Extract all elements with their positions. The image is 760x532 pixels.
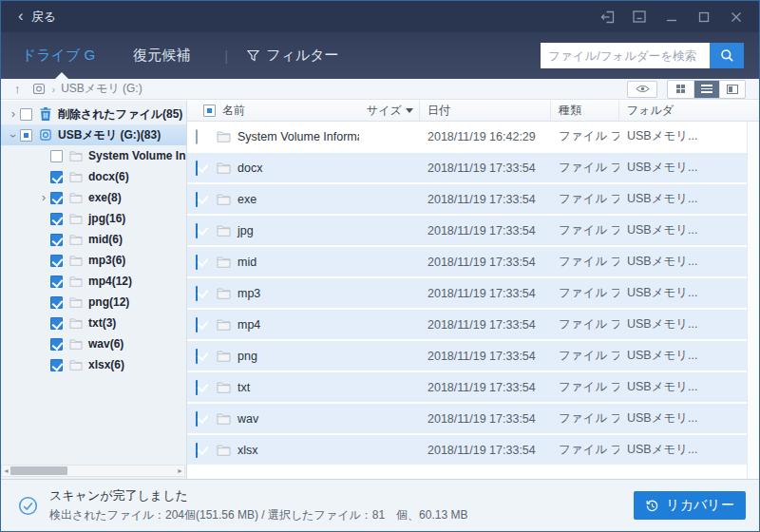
file-type: ファイル フォ...	[551, 222, 619, 238]
column-size[interactable]: サイズ	[359, 101, 420, 121]
file-name: xlsx	[238, 444, 258, 457]
column-name[interactable]: 名前	[215, 101, 359, 121]
sidebar-tree-item[interactable]: › jpg(16)	[1, 208, 186, 229]
tree-item-checkbox[interactable]	[50, 234, 63, 246]
search-button[interactable]	[710, 43, 744, 68]
folder-icon	[217, 318, 231, 331]
tree-item-checkbox[interactable]	[50, 255, 63, 267]
minimize-icon[interactable]	[660, 7, 683, 28]
grid-view-button[interactable]	[668, 81, 694, 98]
file-date: 2018/11/19 17:33:54	[420, 162, 551, 175]
folder-icon	[69, 276, 83, 287]
row-checkbox[interactable]	[196, 411, 198, 427]
column-type[interactable]: 種類	[551, 101, 619, 121]
sidebar-tree-item[interactable]: › 削除されたファイル(85)	[1, 104, 186, 124]
scrollbar-thumb[interactable]	[10, 466, 67, 475]
folder-icon	[69, 192, 83, 203]
breadcrumb-path[interactable]: USBメモリ (G:)	[61, 81, 142, 97]
row-checkbox[interactable]	[196, 317, 198, 332]
sidebar-tree-item[interactable]: › mp3(6)	[1, 250, 186, 271]
tree-item-checkbox[interactable]	[50, 338, 63, 351]
table-row[interactable]: jpg 2018/11/19 17:33:54 ファイル フォ... USBメモ…	[187, 216, 759, 247]
sidebar-tree-item[interactable]: › docx(6)	[1, 166, 186, 187]
tree-item-checkbox[interactable]	[20, 129, 32, 142]
tree-item-checkbox[interactable]	[50, 296, 63, 309]
table-row[interactable]: mid 2018/11/19 17:33:54 ファイル フォ... USBメモ…	[187, 247, 759, 278]
file-folder: USBメモリ...	[619, 191, 746, 207]
table-row[interactable]: docx 2018/11/19 17:33:54 ファイル フォ... USBメ…	[187, 153, 759, 184]
navigate-up-icon[interactable]: ↑	[14, 82, 21, 96]
row-checkbox[interactable]	[196, 286, 198, 301]
maximize-icon[interactable]	[693, 7, 715, 28]
breadcrumb-bar: ↑ › USBメモリ (G:)	[1, 79, 759, 100]
tree-chevron-icon[interactable]: ›	[7, 129, 20, 142]
file-name: mp3	[238, 287, 260, 300]
scroll-right-arrow-icon[interactable]: ►	[176, 467, 184, 474]
nav-bar: ドライブ G 復元候補 | フィルター	[1, 32, 759, 79]
sidebar-tree-item[interactable]: › USBメモリ (G:)(83)	[1, 124, 186, 145]
scroll-left-arrow-icon[interactable]: ◄	[2, 467, 10, 474]
sidebar-tree-item[interactable]: › txt(3)	[1, 313, 186, 333]
row-checkbox[interactable]	[196, 349, 198, 364]
table-row[interactable]: xlsx 2018/11/19 17:33:54 ファイル フォ... USBメ…	[187, 435, 759, 466]
table-row[interactable]: wav 2018/11/19 17:33:54 ファイル フォ... USBメモ…	[187, 404, 759, 435]
scrollbar-track[interactable]	[10, 466, 176, 476]
tree-item-checkbox[interactable]	[50, 150, 63, 162]
row-checkbox[interactable]	[196, 255, 198, 270]
filter-button[interactable]: フィルター	[247, 47, 338, 65]
table-row[interactable]: exe 2018/11/19 17:33:54 ファイル フォ... USBメモ…	[187, 184, 759, 216]
tray-icon[interactable]	[628, 7, 651, 28]
list-view-button[interactable]	[694, 81, 719, 98]
sort-arrow-icon[interactable]	[406, 108, 413, 113]
detail-view-icon	[727, 85, 738, 94]
back-button[interactable]: ‹ 戻る	[1, 1, 69, 32]
trash-icon	[40, 107, 51, 121]
table-row[interactable]: System Volume Informat... 2018/11/19 16:…	[187, 122, 759, 153]
sidebar-tree-item[interactable]: › exe(8)	[1, 187, 186, 208]
file-name-cell: mp3	[215, 287, 359, 300]
sidebar-tree-item[interactable]: › System Volume In	[1, 145, 186, 166]
column-date[interactable]: 日付	[420, 101, 551, 121]
tree-item-checkbox[interactable]	[50, 276, 63, 288]
row-checkbox[interactable]	[196, 161, 198, 176]
column-folder[interactable]: フォルダ	[619, 101, 746, 121]
tree-item-checkbox[interactable]	[50, 359, 63, 371]
sign-out-icon[interactable]	[596, 7, 618, 28]
row-checkbox[interactable]	[196, 192, 198, 207]
device-icon	[32, 83, 46, 95]
table-row[interactable]: mp4 2018/11/19 17:33:54 ファイル フォ... USBメモ…	[187, 310, 759, 341]
folder-icon	[69, 234, 83, 245]
table-row[interactable]: png 2018/11/19 17:33:54 ファイル フォ... USBメモ…	[187, 341, 759, 372]
table-vertical-scrollbar[interactable]	[747, 122, 759, 481]
tab-recovery-candidates[interactable]: 復元候補	[125, 47, 198, 65]
tree-item-label: exe(8)	[88, 191, 122, 204]
detail-view-button[interactable]	[719, 81, 745, 98]
row-checkbox[interactable]	[196, 223, 198, 238]
row-checkbox[interactable]	[196, 129, 198, 144]
tree-item-checkbox[interactable]	[50, 192, 63, 204]
table-row[interactable]: txt 2018/11/19 17:33:54 ファイル フォ... USBメモ…	[187, 372, 759, 404]
sidebar-tree-item[interactable]: › mp4(12)	[1, 271, 186, 292]
preview-eye-button[interactable]	[627, 81, 657, 98]
tab-drive-g[interactable]: ドライブ G	[14, 47, 103, 65]
table-row[interactable]: mp3 2018/11/19 17:33:54 ファイル フォ... USBメモ…	[187, 278, 759, 310]
tree-chevron-icon[interactable]: ›	[7, 107, 20, 121]
tree-item-checkbox[interactable]	[50, 213, 63, 225]
sidebar-tree-item[interactable]: › png(12)	[1, 292, 186, 313]
tree-item-checkbox[interactable]	[50, 317, 63, 330]
row-checkbox[interactable]	[196, 380, 198, 395]
tree-item-checkbox[interactable]	[50, 171, 63, 183]
sidebar-tree-item[interactable]: › xlsx(6)	[1, 354, 186, 375]
search-input[interactable]	[541, 43, 710, 68]
sidebar-tree-item[interactable]: › wav(6)	[1, 333, 186, 354]
sidebar-horizontal-scrollbar[interactable]: ◄ ►	[1, 465, 185, 477]
close-icon[interactable]	[725, 7, 748, 28]
row-checkbox[interactable]	[196, 443, 198, 458]
tree-chevron-icon[interactable]: ›	[37, 191, 50, 204]
row-checkbox-cell	[196, 350, 215, 363]
file-name: mp4	[238, 318, 260, 332]
tree-item-checkbox[interactable]	[20, 108, 32, 121]
sidebar-tree-item[interactable]: › mid(6)	[1, 229, 186, 250]
recover-button[interactable]: リカバリー	[634, 491, 746, 520]
file-table: 名前 サイズ 日付 種類 フォルダ System Volume Informat…	[187, 101, 759, 481]
